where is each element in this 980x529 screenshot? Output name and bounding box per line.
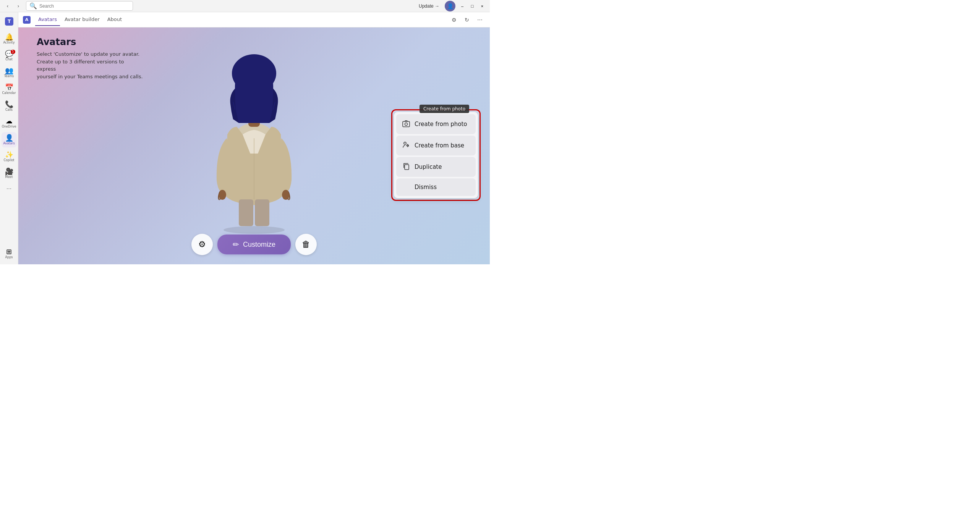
chat-badge: 5 — [11, 50, 15, 54]
minimize-button[interactable]: – — [458, 2, 467, 11]
sidebar-item-onedrive[interactable]: ☁ OneDrive — [2, 115, 17, 131]
sidebar-item-activity[interactable]: 🔔 Activity — [2, 31, 17, 47]
maximize-button[interactable]: □ — [468, 2, 477, 11]
svg-rect-20 — [405, 165, 409, 170]
sidebar-label-apps: Apps — [5, 256, 13, 259]
customize-label: Customize — [243, 241, 275, 249]
avatars-icon: 👤 — [5, 134, 13, 141]
sidebar-label-avatars: Avatars — [3, 142, 15, 145]
tab-avatar-builder[interactable]: Avatar builder — [62, 13, 103, 26]
create-from-photo-label: Create from photo — [415, 121, 467, 128]
menu-item-create-from-photo[interactable]: Create from photo — [396, 114, 476, 134]
user-avatar[interactable]: 👤 — [445, 1, 455, 11]
tab-avatars[interactable]: Avatars — [35, 13, 60, 26]
close-button[interactable]: × — [478, 2, 487, 11]
activity-icon: 🔔 — [5, 34, 13, 40]
sidebar-label-calls: Calls — [5, 108, 13, 112]
settings-button[interactable]: ⚙ — [191, 234, 213, 255]
sidebar-label-copilot: Copilot — [3, 159, 14, 162]
create-from-base-label: Create from base — [415, 142, 464, 149]
svg-text:T: T — [7, 19, 11, 24]
search-input[interactable] — [39, 3, 130, 9]
sidebar-item-chat[interactable]: 💬 Chat 5 — [2, 48, 17, 63]
teams-icon: 👥 — [5, 67, 13, 74]
sidebar-item-calendar[interactable]: 📅 Calendar — [2, 82, 17, 97]
back-button[interactable]: ‹ — [3, 2, 12, 11]
page-title: Avatars — [37, 37, 144, 47]
context-menu-border: Create from photo Create from photo — [391, 109, 481, 201]
context-menu-panel: Create from photo Create from photo — [391, 109, 481, 201]
bottom-toolbar: ⚙ ✏ Customize 🗑 — [191, 234, 317, 255]
sidebar-more[interactable]: ··· — [6, 183, 11, 194]
calendar-icon: 📅 — [5, 84, 13, 91]
svg-rect-15 — [255, 199, 269, 226]
search-icon: 🔍 — [29, 2, 37, 10]
sidebar-item-meet[interactable]: 🎥 Meet — [2, 166, 17, 181]
menu-item-dismiss[interactable]: Dismiss — [396, 178, 476, 196]
duplicate-icon — [402, 162, 410, 171]
page-description: Select 'Customize' to update your avatar… — [37, 50, 144, 80]
avatar-figure — [201, 35, 308, 234]
sidebar-label-meet: Meet — [5, 176, 13, 179]
update-button[interactable]: Update → — [416, 3, 442, 10]
duplicate-label: Duplicate — [415, 163, 442, 170]
pencil-icon: ✏ — [233, 240, 239, 249]
title-bar: ‹ › 🔍 Update → 👤 – □ × — [0, 0, 490, 12]
tab-bar: A Avatars Avatar builder About ⚙ ↻ ⋯ — [18, 12, 490, 28]
copilot-icon: ✨ — [5, 151, 13, 158]
svg-point-13 — [232, 54, 276, 92]
apps-icon: ⊞ — [6, 248, 12, 255]
svg-point-2 — [224, 226, 285, 234]
more-icon: ··· — [6, 184, 11, 193]
nav-controls: ‹ › — [3, 2, 23, 11]
context-menu-tooltip: Create from photo — [420, 105, 469, 113]
app-layout: T 🔔 Activity 💬 Chat 5 👥 Teams 📅 Calendar… — [0, 12, 490, 264]
app-logo: T — [3, 15, 15, 28]
sidebar-label-activity: Activity — [3, 41, 15, 44]
window-controls: – □ × — [458, 2, 487, 11]
svg-rect-14 — [239, 199, 253, 226]
app-tab-icon-group: A — [23, 16, 31, 24]
app-icon: A — [23, 16, 31, 24]
search-bar: 🔍 — [26, 1, 133, 11]
sidebar-label-teams: Teams — [4, 75, 14, 78]
people-settings-icon — [402, 141, 410, 150]
delete-button[interactable]: 🗑 — [295, 234, 317, 255]
sidebar-label-onedrive: OneDrive — [2, 125, 16, 128]
page-header: Avatars Select 'Customize' to update you… — [37, 37, 144, 80]
sidebar-label-chat: Chat — [5, 58, 13, 61]
sidebar-label-calendar: Calendar — [2, 92, 16, 95]
menu-item-duplicate[interactable]: Duplicate — [396, 157, 476, 177]
settings-tab-button[interactable]: ⚙ — [449, 15, 459, 25]
svg-point-6 — [282, 190, 290, 200]
onedrive-icon: ☁ — [6, 118, 13, 125]
meet-icon: 🎥 — [5, 168, 13, 175]
refresh-tab-button[interactable]: ↻ — [462, 15, 472, 25]
context-menu: Create from photo C — [394, 112, 478, 198]
svg-point-5 — [219, 190, 226, 200]
sidebar: T 🔔 Activity 💬 Chat 5 👥 Teams 📅 Calendar… — [0, 12, 18, 264]
sidebar-item-calls[interactable]: 📞 Calls — [2, 99, 17, 114]
svg-point-17 — [405, 123, 408, 126]
forward-button[interactable]: › — [14, 2, 23, 11]
sidebar-item-copilot[interactable]: ✨ Copilot — [2, 149, 17, 164]
trash-icon: 🗑 — [302, 239, 310, 249]
menu-item-create-from-base[interactable]: Create from base — [396, 136, 476, 155]
tab-about[interactable]: About — [104, 13, 125, 26]
settings-icon: ⚙ — [198, 239, 206, 249]
tab-bar-actions: ⚙ ↻ ⋯ — [449, 15, 485, 25]
main-content: A Avatars Avatar builder About ⚙ ↻ ⋯ Ava… — [18, 12, 490, 264]
sidebar-item-avatars[interactable]: 👤 Avatars — [2, 132, 17, 147]
title-bar-left: ‹ › 🔍 — [3, 1, 133, 11]
sidebar-item-apps[interactable]: ⊞ Apps — [2, 246, 17, 261]
dismiss-label: Dismiss — [402, 184, 437, 191]
customize-button[interactable]: ✏ Customize — [217, 235, 291, 254]
more-tab-button[interactable]: ⋯ — [475, 15, 485, 25]
svg-rect-16 — [403, 121, 410, 127]
svg-point-18 — [404, 142, 406, 144]
calls-icon: 📞 — [5, 101, 13, 108]
camera-icon — [402, 120, 410, 129]
sidebar-item-teams[interactable]: 👥 Teams — [2, 65, 17, 80]
avatar-area: Avatars Select 'Customize' to update you… — [18, 28, 490, 264]
title-bar-right: Update → 👤 – □ × — [416, 1, 487, 11]
